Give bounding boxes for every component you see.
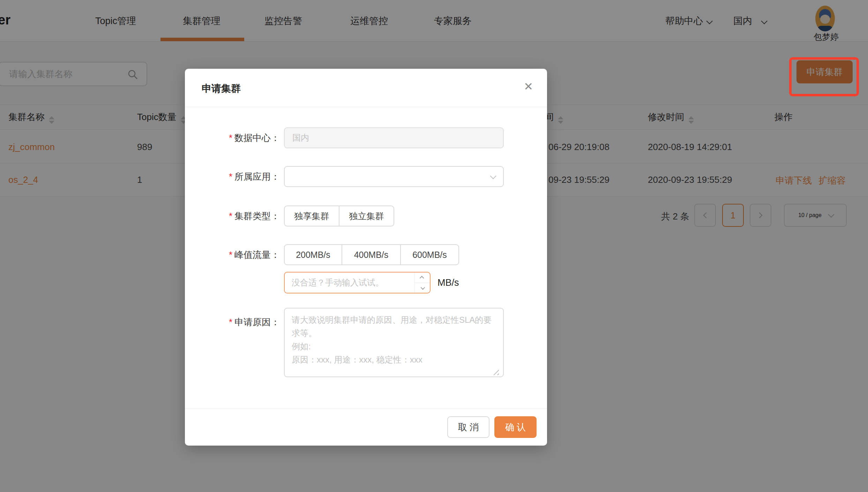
annotation-highlight-box <box>789 57 859 96</box>
required-asterisk: * <box>229 249 232 260</box>
required-asterisk: * <box>229 171 232 182</box>
traffic-option-400[interactable]: 400MB/s <box>342 244 401 265</box>
data-center-input: 国内 <box>284 127 504 148</box>
close-icon[interactable]: ✕ <box>524 80 533 93</box>
data-center-label: *数据中心： <box>185 127 280 148</box>
cluster-type-label: *集群类型： <box>185 206 280 226</box>
type-option-exclusive[interactable]: 独享集群 <box>284 206 339 226</box>
stepper-up-button[interactable] <box>415 273 430 283</box>
custom-traffic-field <box>284 272 431 293</box>
confirm-button[interactable]: 确 认 <box>494 416 537 438</box>
apply-cluster-modal: 申请集群 ✕ *数据中心： 国内 *所属应用： *集群类型： 独享集群 独立集群… <box>185 69 547 446</box>
chevron-down-icon <box>490 173 496 179</box>
traffic-unit-label: MB/s <box>437 277 459 288</box>
custom-traffic-input[interactable] <box>285 273 430 293</box>
required-asterisk: * <box>229 317 232 327</box>
type-option-independent[interactable]: 独立集群 <box>339 206 394 226</box>
chevron-down-icon <box>421 285 425 290</box>
reason-textarea[interactable] <box>284 308 504 377</box>
traffic-option-600[interactable]: 600MB/s <box>400 244 459 265</box>
stepper-down-button[interactable] <box>415 283 430 293</box>
number-stepper <box>414 273 430 293</box>
required-asterisk: * <box>229 211 232 221</box>
reason-label: *申请原因： <box>185 315 280 329</box>
traffic-option-200[interactable]: 200MB/s <box>284 244 342 265</box>
app-select[interactable] <box>284 166 504 187</box>
peak-traffic-label: *峰值流量： <box>185 244 280 265</box>
app-label: *所属应用： <box>185 166 280 187</box>
required-asterisk: * <box>229 133 232 143</box>
cancel-button[interactable]: 取 消 <box>447 416 489 438</box>
app-screen: er Topic管理 集群管理 监控告警 运维管控 专家服务 帮助中心 国内 包… <box>0 0 868 492</box>
chevron-up-icon <box>420 276 424 281</box>
modal-title: 申请集群 <box>202 82 241 95</box>
